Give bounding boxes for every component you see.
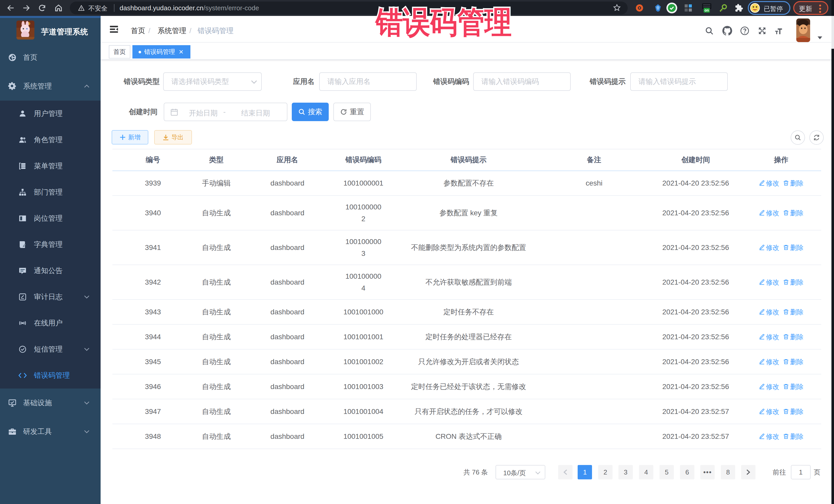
svg-text:错误码管理: 错误码管理	[375, 5, 512, 39]
svg-text:on: on	[704, 8, 709, 12]
